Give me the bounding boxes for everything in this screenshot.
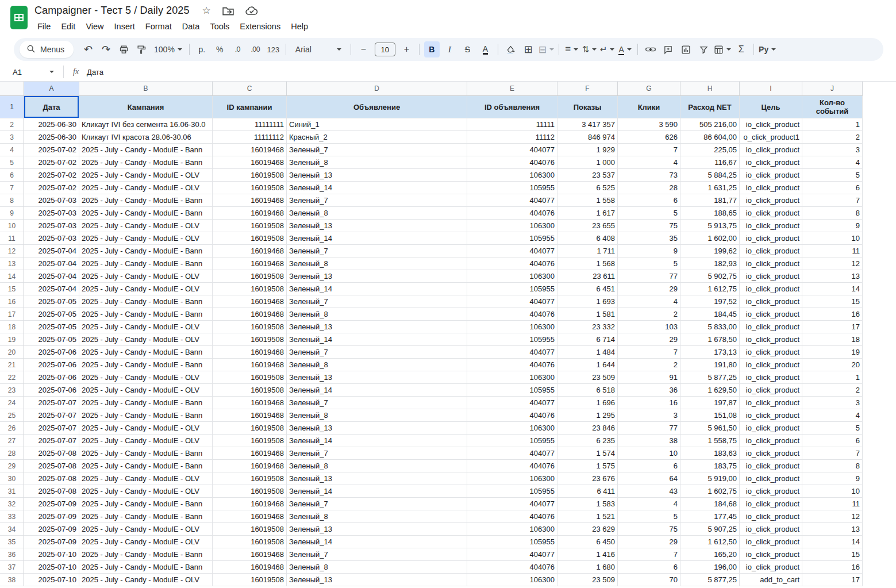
currency-format-button[interactable]: р.	[194, 41, 210, 57]
cell-C11[interactable]: 16019508	[213, 232, 287, 245]
select-all-corner[interactable]	[0, 82, 24, 96]
cell-G13[interactable]: 5	[618, 258, 680, 270]
cell-E33[interactable]: 404076	[467, 510, 557, 523]
cell-A31[interactable]: 2025-07-08	[24, 485, 79, 498]
row-header-13[interactable]: 13	[0, 258, 24, 270]
cell-B3[interactable]: Кликаут IVI красота 28.06-30.06	[79, 131, 213, 144]
cell-C5[interactable]: 16019468	[213, 156, 287, 169]
cell-J30[interactable]: 9	[802, 472, 863, 485]
cell-I20[interactable]: io_click_product	[740, 346, 802, 359]
cell-H27[interactable]: 1 558,75	[680, 435, 740, 447]
row-header-33[interactable]: 33	[0, 510, 24, 523]
cell-C3[interactable]: 11111112	[213, 131, 287, 144]
cell-D15[interactable]: Зеленый_14	[287, 283, 467, 295]
cell-D28[interactable]: Зеленый_7	[287, 447, 467, 460]
cell-I19[interactable]: io_click_product	[740, 333, 802, 346]
cell-D26[interactable]: Зеленый_13	[287, 422, 467, 435]
font-size-input[interactable]: 10	[375, 43, 395, 56]
cell-F34[interactable]: 23 629	[557, 523, 618, 536]
cell-B19[interactable]: 2025 - July - Candy - ModulE - OLV	[79, 333, 213, 346]
cell-C2[interactable]: 11111111	[213, 118, 287, 131]
row-header-26[interactable]: 26	[0, 422, 24, 435]
cell-E9[interactable]: 404076	[467, 207, 557, 220]
cell-A20[interactable]: 2025-07-06	[24, 346, 79, 359]
cell-H26[interactable]: 5 961,50	[680, 422, 740, 435]
borders-button[interactable]: ⊞	[521, 41, 536, 57]
text-rotation-button[interactable]: A	[617, 41, 633, 57]
cell-I26[interactable]: io_click_product	[740, 422, 802, 435]
cell-F32[interactable]: 1 583	[557, 498, 618, 510]
cell-H17[interactable]: 184,45	[680, 308, 740, 321]
cell-C20[interactable]: 16019468	[213, 346, 287, 359]
cell-C13[interactable]: 16019468	[213, 258, 287, 270]
cell-G12[interactable]: 9	[618, 245, 680, 258]
cell-G32[interactable]: 4	[618, 498, 680, 510]
column-header-D[interactable]: D	[287, 82, 467, 96]
cell-D31[interactable]: Зеленый_14	[287, 485, 467, 498]
document-title[interactable]: Campaigner - Тест 5 / Daily 2025	[34, 5, 190, 17]
cell-C28[interactable]: 16019468	[213, 447, 287, 460]
cell-I13[interactable]: io_click_product	[740, 258, 802, 270]
row-header-11[interactable]: 11	[0, 232, 24, 245]
cell-E38[interactable]: 106300	[467, 574, 557, 586]
cell-E26[interactable]: 106300	[467, 422, 557, 435]
cell-A17[interactable]: 2025-07-05	[24, 308, 79, 321]
column-header-A[interactable]: A	[24, 82, 79, 96]
cell-F36[interactable]: 1 416	[557, 548, 618, 561]
paint-format-button[interactable]	[134, 41, 149, 57]
cell-C24[interactable]: 16019468	[213, 397, 287, 409]
cell-H29[interactable]: 183,75	[680, 460, 740, 472]
cell-H32[interactable]: 184,68	[680, 498, 740, 510]
cell-F4[interactable]: 1 929	[557, 144, 618, 156]
cell-D6[interactable]: Зеленый_13	[287, 169, 467, 182]
cell-F31[interactable]: 6 411	[557, 485, 618, 498]
text-wrap-button[interactable]: ↵	[599, 41, 615, 57]
cell-G7[interactable]: 28	[618, 182, 680, 194]
cell-A18[interactable]: 2025-07-05	[24, 321, 79, 333]
cell-J29[interactable]: 8	[802, 460, 863, 472]
header-cell-B1[interactable]: Кампания	[79, 96, 213, 118]
cell-H37[interactable]: 196,00	[680, 561, 740, 574]
menus-search-button[interactable]: Menus	[20, 41, 74, 58]
header-cell-C1[interactable]: ID кампании	[213, 96, 287, 118]
cell-G17[interactable]: 2	[618, 308, 680, 321]
cell-J35[interactable]: 14	[802, 536, 863, 548]
cell-G31[interactable]: 43	[618, 485, 680, 498]
column-header-H[interactable]: H	[680, 82, 740, 96]
cell-E2[interactable]: 11111	[467, 118, 557, 131]
cell-C23[interactable]: 16019508	[213, 384, 287, 397]
header-cell-H1[interactable]: Расход NET	[680, 96, 740, 118]
cell-I24[interactable]: io_click_product	[740, 397, 802, 409]
cell-A38[interactable]: 2025-07-10	[24, 574, 79, 586]
cell-G9[interactable]: 5	[618, 207, 680, 220]
column-header-F[interactable]: F	[557, 82, 618, 96]
cell-H24[interactable]: 197,87	[680, 397, 740, 409]
cell-C27[interactable]: 16019508	[213, 435, 287, 447]
menu-item-format[interactable]: Format	[140, 20, 177, 33]
cell-G28[interactable]: 10	[618, 447, 680, 460]
cell-G34[interactable]: 75	[618, 523, 680, 536]
cell-B14[interactable]: 2025 - July - Candy - ModulE - OLV	[79, 270, 213, 283]
cell-C16[interactable]: 16019468	[213, 295, 287, 308]
functions-button[interactable]: Σ	[733, 41, 749, 57]
cell-B18[interactable]: 2025 - July - Candy - ModulE - OLV	[79, 321, 213, 333]
cell-B21[interactable]: 2025 - July - Candy - ModulE - Bann	[79, 359, 213, 371]
cell-D22[interactable]: Зеленый_13	[287, 371, 467, 384]
cell-I21[interactable]: io_click_product	[740, 359, 802, 371]
cell-E35[interactable]: 105955	[467, 536, 557, 548]
cell-I36[interactable]: io_click_product	[740, 548, 802, 561]
italic-button[interactable]: I	[442, 41, 457, 57]
cell-G24[interactable]: 16	[618, 397, 680, 409]
cell-E17[interactable]: 404076	[467, 308, 557, 321]
row-header-29[interactable]: 29	[0, 460, 24, 472]
create-filter-button[interactable]	[696, 41, 712, 57]
row-header-30[interactable]: 30	[0, 472, 24, 485]
cell-J23[interactable]: 2	[802, 384, 863, 397]
cell-D36[interactable]: Зеленый_7	[287, 548, 467, 561]
cell-A5[interactable]: 2025-07-02	[24, 156, 79, 169]
text-color-button[interactable]: A	[478, 41, 493, 57]
cell-J8[interactable]: 7	[802, 194, 863, 207]
strikethrough-button[interactable]: S	[460, 41, 475, 57]
menu-item-tools[interactable]: Tools	[205, 20, 234, 33]
cell-B32[interactable]: 2025 - July - Candy - ModulE - Bann	[79, 498, 213, 510]
